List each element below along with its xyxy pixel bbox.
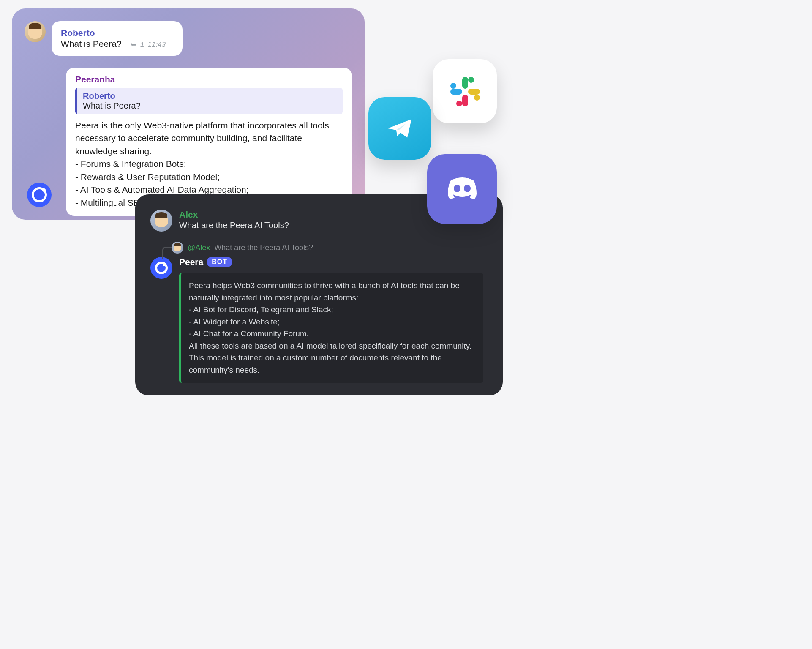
avatar-roberto (25, 21, 46, 42)
message-sender-name: Alex (179, 210, 289, 220)
slack-icon (433, 59, 497, 123)
bot-embed: Peera helps Web3 communities to thrive w… (179, 273, 483, 383)
svg-rect-0 (462, 77, 468, 89)
svg-point-1 (468, 77, 474, 83)
reply-count: 1 (140, 41, 144, 49)
discord-chat-card: Alex What are the Peera AI Tools? @Alex … (135, 194, 503, 395)
bot-badge: BOT (207, 257, 232, 267)
avatar-alex-small (172, 242, 183, 254)
bot-response-body: Peera helps Web3 communities to thrive w… (189, 280, 476, 376)
svg-point-9 (464, 185, 471, 192)
svg-point-5 (456, 101, 462, 106)
peera-bot-avatar-icon (150, 257, 172, 279)
svg-rect-4 (462, 95, 468, 106)
reply-arrow-icon: ➦ (131, 40, 137, 49)
bot-sender-name: Peeranha (75, 74, 343, 85)
discord-bot-message: Peera BOT Peera helps Web3 communities t… (150, 257, 488, 383)
telegram-icon (368, 97, 431, 160)
telegram-bubble-2: Peeranha Roberto What is Peera? Peera is… (66, 68, 352, 216)
discord-icon (427, 154, 497, 224)
svg-rect-6 (450, 89, 462, 95)
message-time: 11:43 (148, 41, 166, 49)
discord-reply-reference: @Alex What are the Peera AI Tools? (172, 242, 488, 254)
reply-quoted-text: What are the Peera AI Tools? (214, 243, 313, 252)
telegram-bubble-1: Roberto What is Peera? ➦ 1 11:43 (52, 21, 183, 56)
bot-header: Peera BOT (179, 257, 488, 267)
telegram-chat-card: Roberto What is Peera? ➦ 1 11:43 Peeranh… (12, 8, 365, 220)
message-sender-name: Roberto (61, 28, 173, 38)
svg-point-8 (454, 185, 460, 192)
reply-mention: @Alex (188, 243, 210, 252)
quoted-message: Roberto What is Peera? (75, 88, 343, 114)
svg-point-3 (474, 95, 480, 101)
quote-sender: Roberto (83, 91, 337, 101)
telegram-message-1: Roberto What is Peera? ➦ 1 11:43 (25, 21, 352, 62)
bot-name: Peera (179, 257, 203, 267)
peera-avatar-icon (27, 183, 52, 207)
message-meta: ➦ 1 11:43 (131, 40, 166, 49)
svg-point-7 (450, 83, 456, 89)
svg-rect-2 (468, 89, 480, 95)
message-text: What is Peera? (61, 39, 122, 49)
message-text: What are the Peera AI Tools? (179, 221, 289, 230)
reply-connector-icon (162, 247, 172, 259)
avatar-alex (150, 210, 172, 232)
quote-text: What is Peera? (83, 101, 337, 111)
